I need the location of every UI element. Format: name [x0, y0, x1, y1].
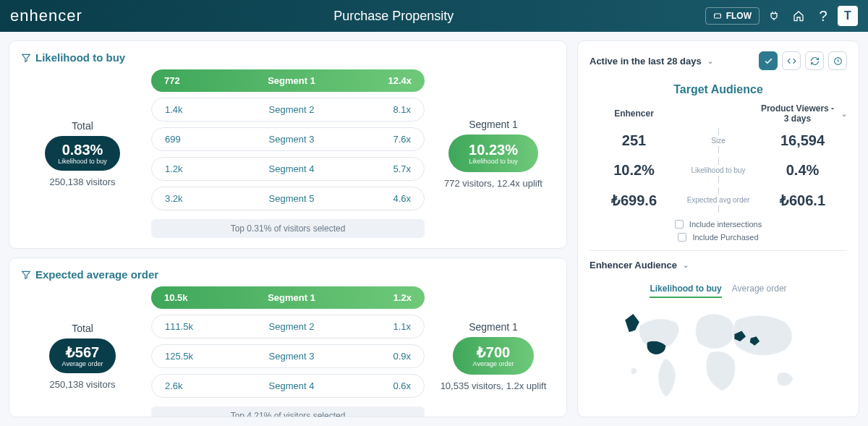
- help-icon[interactable]: ?: [813, 6, 833, 26]
- segment-row[interactable]: 10.5kSegment 11.2x: [151, 286, 425, 309]
- avgorder-segments: 10.5kSegment 11.2x111.5kSegment 21.1x125…: [151, 286, 425, 417]
- audience-value-right: 16,594: [758, 132, 847, 149]
- segment-row[interactable]: 772Segment 112.4x: [151, 69, 425, 92]
- header-actions: FLOW ? T: [705, 6, 858, 26]
- likelihood-row: Total 0.83% Likelihood to buy 250,138 vi…: [21, 69, 555, 238]
- avgorder-selected-pill: ₺700 Average order: [453, 337, 535, 375]
- segment-count: 3.2k: [165, 193, 208, 204]
- audience-metric-label: Likelihood to buy: [678, 158, 758, 183]
- target-audience-title: Target Audience: [590, 83, 847, 96]
- likelihood-total: Total 0.83% Likelihood to buy 250,138 vi…: [21, 120, 144, 187]
- include-purchased-checkbox[interactable]: [678, 233, 686, 242]
- segment-row[interactable]: 2.6kSegment 40.6x: [151, 374, 425, 398]
- include-purchased-label: Include Purchased: [692, 233, 758, 242]
- page-title: Purchase Propensity: [82, 9, 705, 24]
- include-purchased-row: Include Purchased: [590, 233, 847, 242]
- segment-name: Segment 1: [208, 292, 375, 303]
- audience-value-left: 10.2%: [590, 162, 678, 179]
- likelihood-selected-name: Segment 1: [432, 119, 555, 130]
- avgorder-total-visitors: 250,138 visitors: [21, 379, 144, 390]
- active-range-dropdown[interactable]: Active in the last 28 days ⌄: [590, 56, 713, 67]
- segment-count: 125.5k: [165, 351, 208, 362]
- tab-likelihood[interactable]: Likelihood to buy: [650, 284, 721, 298]
- audience-value-left: ₺699.6: [590, 192, 678, 209]
- segment-count: 2.6k: [165, 380, 208, 391]
- include-intersections-row: Include intersections: [590, 220, 847, 229]
- segment-uplift: 7.6x: [375, 134, 411, 145]
- chevron-down-icon: ⌄: [841, 110, 847, 118]
- avgorder-card: Expected average order Total ₺567 Averag…: [9, 257, 567, 417]
- segment-count: 1.2k: [165, 163, 208, 174]
- audience-value-right: ₺606.1: [758, 192, 847, 209]
- avgorder-title: Expected average order: [21, 268, 555, 281]
- segment-count: 772: [164, 75, 208, 86]
- segment-name: Segment 4: [208, 380, 375, 391]
- segment-name: Segment 1: [208, 75, 375, 86]
- segment-row[interactable]: 3.2kSegment 54.6x: [151, 187, 425, 210]
- likelihood-selected-visitors: 772 visitors, 12.4x uplift: [432, 178, 555, 189]
- segment-row[interactable]: 1.4kSegment 28.1x: [151, 98, 425, 122]
- avgorder-selected: Segment 1 ₺700 Average order 10,535 visi…: [432, 321, 555, 391]
- segment-uplift: 8.1x: [375, 104, 411, 115]
- target-audience-grid: Enhencer Product Viewers - 3 days ⌄ 251S…: [590, 103, 847, 213]
- clock-button[interactable]: [828, 51, 847, 70]
- segment-row[interactable]: 125.5kSegment 30.9x: [151, 344, 425, 368]
- funnel-icon: [21, 53, 31, 63]
- right-column: Active in the last 28 days ⌄: [577, 41, 859, 417]
- segment-name: Segment 3: [208, 351, 375, 362]
- segment-uplift: 0.6x: [375, 380, 411, 391]
- right-actions: [759, 51, 847, 70]
- segment-uplift: 1.2x: [375, 292, 412, 303]
- avgorder-selected-visitors: 10,535 visitors, 1.2x uplift: [432, 380, 555, 391]
- likelihood-card: Likelihood to buy Total 0.83% Likelihood…: [9, 41, 567, 249]
- include-intersections-label: Include intersections: [689, 220, 762, 229]
- segment-name: Segment 5: [208, 193, 375, 204]
- likelihood-selected-pill: 10.23% Likelihood to buy: [448, 135, 538, 172]
- avatar[interactable]: T: [838, 6, 858, 26]
- check-button[interactable]: [759, 51, 778, 70]
- segment-name: Segment 2: [208, 104, 375, 115]
- segment-name: Segment 3: [208, 134, 375, 145]
- target-audience-card: Active in the last 28 days ⌄: [577, 41, 859, 417]
- audience-metric-label: Expected avg order: [678, 187, 758, 213]
- total-label: Total: [21, 120, 144, 132]
- segment-row[interactable]: 1.2kSegment 45.7x: [151, 157, 425, 181]
- flow-icon: [713, 12, 722, 20]
- likelihood-segments: 772Segment 112.4x1.4kSegment 28.1x699Seg…: [151, 69, 425, 238]
- segment-row[interactable]: 699Segment 37.6x: [151, 127, 425, 151]
- right-top-bar: Active in the last 28 days ⌄: [590, 51, 847, 70]
- flow-button[interactable]: FLOW: [705, 7, 760, 25]
- segment-row[interactable]: 111.5kSegment 21.1x: [151, 315, 425, 338]
- avgorder-selected-name: Segment 1: [432, 321, 555, 333]
- segment-name: Segment 4: [208, 163, 375, 174]
- likelihood-title: Likelihood to buy: [21, 51, 555, 64]
- audience-dropdown[interactable]: Enhencer Audience ⌄: [590, 260, 847, 270]
- segment-uplift: 5.7x: [375, 163, 411, 174]
- content: Likelihood to buy Total 0.83% Likelihood…: [0, 32, 868, 426]
- tab-avgorder[interactable]: Average order: [732, 284, 787, 298]
- segment-uplift: 1.1x: [375, 321, 411, 332]
- segment-count: 111.5k: [165, 321, 208, 332]
- audience-value-left: 251: [590, 132, 678, 149]
- world-map: [590, 304, 847, 409]
- likelihood-total-visitors: 250,138 visitors: [21, 176, 144, 187]
- avgorder-row: Total ₺567 Average order 250,138 visitor…: [21, 286, 555, 417]
- audience-tabs: Likelihood to buy Average order: [590, 284, 847, 298]
- home-icon[interactable]: [788, 6, 809, 26]
- chevron-down-icon: ⌄: [707, 57, 713, 65]
- segments-footer: Top 0.31% of visitors selected: [151, 219, 425, 238]
- refresh-button[interactable]: [805, 51, 824, 70]
- audience-col-enhencer: Enhencer: [590, 108, 678, 119]
- segment-count: 1.4k: [165, 104, 208, 115]
- chevron-down-icon: ⌄: [683, 261, 689, 269]
- segment-count: 10.5k: [164, 292, 208, 303]
- audience-col-compare-dropdown[interactable]: Product Viewers - 3 days ⌄: [758, 103, 847, 124]
- code-button[interactable]: [782, 51, 801, 70]
- segments-footer: Top 4.21% of visitors selected: [151, 406, 425, 417]
- total-label: Total: [21, 323, 144, 334]
- divider: [590, 250, 847, 251]
- plug-icon[interactable]: [764, 6, 784, 26]
- include-intersections-checkbox[interactable]: [675, 220, 684, 229]
- app-header: enhencer Purchase Propensity FLOW ? T: [0, 0, 868, 32]
- avgorder-total-pill: ₺567 Average order: [49, 338, 116, 373]
